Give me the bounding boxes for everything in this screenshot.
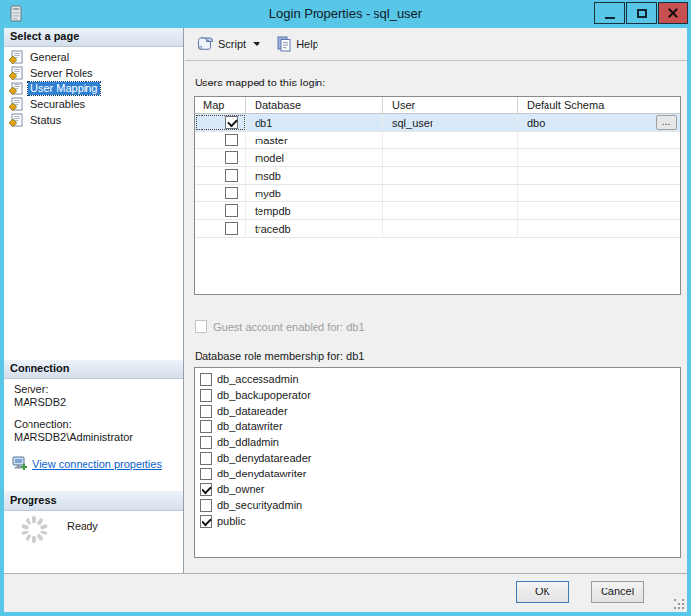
database-cell[interactable]: msdb xyxy=(246,167,383,184)
table-body: db1 sql_user dbo... master model msdb my… xyxy=(195,114,680,238)
script-button[interactable]: Script xyxy=(193,32,266,56)
close-icon xyxy=(667,7,679,19)
role-checkbox[interactable] xyxy=(200,389,212,402)
default-schema-cell[interactable] xyxy=(518,149,680,166)
table-row[interactable]: msdb xyxy=(195,167,680,185)
map-checkbox[interactable] xyxy=(225,187,238,199)
minimize-icon xyxy=(605,17,615,19)
role-list-item[interactable]: db_securityadmin xyxy=(195,497,680,513)
role-checkbox[interactable] xyxy=(200,452,212,465)
sidebar-page-item-general[interactable]: General xyxy=(4,49,183,65)
sidebar-page-label: Status xyxy=(28,113,64,127)
login-properties-dialog: Login Properties - sql_user Select a pag… xyxy=(0,0,691,616)
role-checkbox[interactable] xyxy=(200,499,212,512)
role-list-item[interactable]: db_denydatawriter xyxy=(195,466,680,481)
user-cell[interactable] xyxy=(383,149,518,166)
map-cell[interactable] xyxy=(195,220,246,237)
title-bar: Login Properties - sql_user xyxy=(0,0,691,28)
default-schema-cell[interactable] xyxy=(518,167,680,184)
progress-spinner-icon xyxy=(18,513,51,546)
cancel-button[interactable]: Cancel xyxy=(591,581,644,603)
role-list-item[interactable]: db_backupoperator xyxy=(195,387,680,403)
close-button[interactable] xyxy=(658,2,688,24)
default-schema-cell[interactable] xyxy=(518,220,680,237)
default-schema-cell[interactable] xyxy=(518,202,680,219)
role-list-item[interactable]: public xyxy=(195,513,680,529)
role-list-item[interactable]: db_owner xyxy=(195,481,680,497)
map-checkbox[interactable] xyxy=(225,116,238,129)
table-column-header[interactable]: User xyxy=(383,97,518,113)
minimize-button[interactable] xyxy=(594,2,625,24)
script-button-label: Script xyxy=(218,38,246,50)
role-label: db_denydatareader xyxy=(217,452,311,464)
map-cell[interactable] xyxy=(195,114,246,131)
role-list-item[interactable]: db_datawriter xyxy=(195,419,680,434)
role-checkbox[interactable] xyxy=(200,373,212,386)
table-row[interactable]: mydb xyxy=(195,185,680,202)
maximize-button[interactable] xyxy=(626,2,657,24)
map-cell[interactable] xyxy=(195,185,246,201)
page-icon xyxy=(9,50,24,64)
sidebar-page-item-server-roles[interactable]: Server Roles xyxy=(4,65,183,81)
table-column-header[interactable]: Default Schema xyxy=(518,97,680,113)
user-cell[interactable]: sql_user xyxy=(383,114,518,131)
server-value: MARSDB2 xyxy=(14,396,181,409)
user-cell[interactable] xyxy=(383,167,518,184)
database-cell[interactable]: tracedb xyxy=(246,220,383,237)
help-icon xyxy=(276,36,292,52)
sidebar-page-item-status[interactable]: Status xyxy=(4,112,183,128)
database-cell[interactable]: db1 xyxy=(246,114,383,131)
user-cell[interactable] xyxy=(383,132,518,148)
database-cell[interactable]: master xyxy=(246,132,383,148)
chevron-down-icon xyxy=(253,42,260,46)
table-column-header[interactable]: Database xyxy=(246,97,383,113)
map-checkbox[interactable] xyxy=(225,204,238,217)
help-button[interactable]: Help xyxy=(272,32,322,56)
table-row[interactable]: db1 sql_user dbo... xyxy=(195,114,680,132)
table-column-header[interactable]: Map xyxy=(195,97,246,113)
sidebar-page-item-user-mapping[interactable]: User Mapping xyxy=(4,81,183,96)
table-row[interactable]: tempdb xyxy=(195,202,680,220)
table-row[interactable]: tracedb xyxy=(195,220,680,238)
role-list-item[interactable]: db_accessadmin xyxy=(195,371,680,387)
role-checkbox[interactable] xyxy=(200,405,212,418)
role-checkbox[interactable] xyxy=(200,483,212,496)
map-checkbox[interactable] xyxy=(225,169,238,182)
map-checkbox[interactable] xyxy=(225,151,238,164)
table-row[interactable]: master xyxy=(195,132,680,149)
role-list-item[interactable]: db_ddladmin xyxy=(195,434,680,450)
map-cell[interactable] xyxy=(195,202,246,219)
role-list-item[interactable]: db_denydatareader xyxy=(195,450,680,466)
database-cell[interactable]: tempdb xyxy=(246,202,383,219)
sidebar-page-item-securables[interactable]: Securables xyxy=(4,96,183,112)
role-checkbox[interactable] xyxy=(200,468,212,480)
default-schema-cell[interactable] xyxy=(518,132,680,148)
resize-grip[interactable] xyxy=(674,599,684,609)
user-cell[interactable] xyxy=(383,202,518,219)
connection-header: Connection xyxy=(4,360,183,379)
table-row[interactable]: model xyxy=(195,149,680,167)
role-checkbox[interactable] xyxy=(200,420,212,433)
user-cell[interactable] xyxy=(383,185,518,201)
default-schema-cell[interactable]: dbo... xyxy=(518,114,680,131)
role-list-item[interactable]: db_datareader xyxy=(195,403,680,419)
role-checkbox[interactable] xyxy=(200,515,212,528)
default-schema-cell[interactable] xyxy=(518,185,680,201)
sidebar-page-label: General xyxy=(28,50,72,64)
role-label: db_denydatawriter xyxy=(217,468,307,479)
user-cell[interactable] xyxy=(383,220,518,237)
view-connection-properties-link[interactable]: View connection properties xyxy=(12,456,162,471)
role-label: db_ddladmin xyxy=(217,436,279,448)
guest-account-checkbox xyxy=(195,320,207,333)
role-checkbox[interactable] xyxy=(200,436,212,449)
ok-button[interactable]: OK xyxy=(516,581,569,603)
map-checkbox[interactable] xyxy=(225,222,238,235)
database-cell[interactable]: mydb xyxy=(246,185,383,201)
database-cell[interactable]: model xyxy=(246,149,383,166)
default-schema-browse-button[interactable]: ... xyxy=(656,115,677,130)
select-a-page-header: Select a page xyxy=(4,28,183,47)
map-cell[interactable] xyxy=(195,167,246,184)
map-cell[interactable] xyxy=(195,149,246,166)
map-cell[interactable] xyxy=(195,132,246,148)
map-checkbox[interactable] xyxy=(225,134,238,146)
